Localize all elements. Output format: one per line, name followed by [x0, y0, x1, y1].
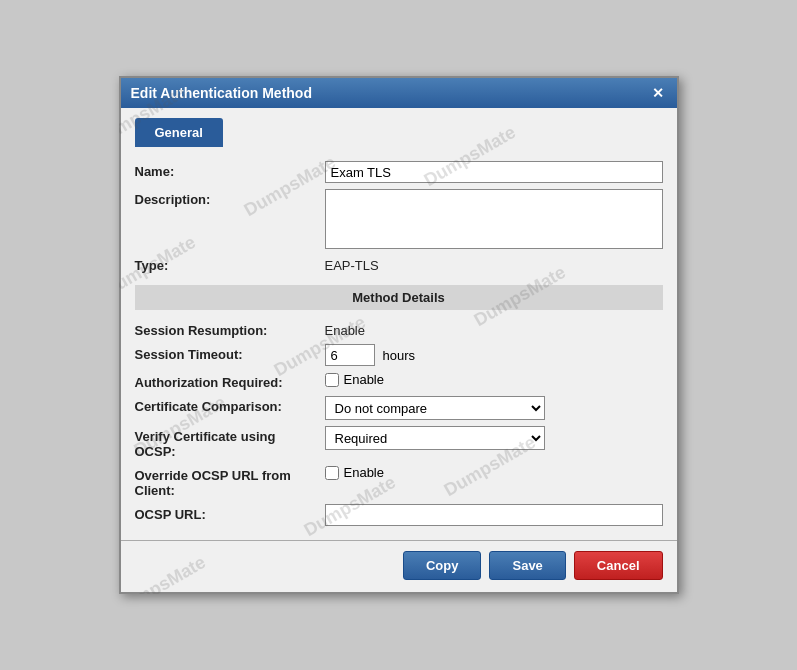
dialog-title: Edit Authentication Method: [131, 85, 312, 101]
session-timeout-label: Session Timeout:: [135, 344, 315, 362]
type-label: Type:: [135, 255, 315, 273]
close-button[interactable]: ✕: [649, 84, 667, 102]
certificate-comparison-label: Certificate Comparison:: [135, 396, 315, 414]
ocsp-url-label: OCSP URL:: [135, 504, 315, 522]
dialog-body: General Name: Description: Type: EAP-TLS…: [121, 108, 677, 540]
save-button[interactable]: Save: [489, 551, 565, 580]
title-bar: Edit Authentication Method ✕: [121, 78, 677, 108]
session-resumption-label: Session Resumption:: [135, 320, 315, 338]
description-textarea[interactable]: [325, 189, 663, 249]
authorization-required-row: Enable: [325, 372, 663, 387]
override-ocsp-text: Enable: [344, 465, 384, 480]
name-label: Name:: [135, 161, 315, 179]
copy-button[interactable]: Copy: [403, 551, 482, 580]
session-timeout-row: hours: [325, 344, 663, 366]
certificate-comparison-select[interactable]: Do not compare Compare Strict Compare: [325, 396, 545, 420]
authorization-required-checkbox[interactable]: [325, 373, 339, 387]
tab-general[interactable]: General: [135, 118, 223, 147]
session-timeout-input[interactable]: [325, 344, 375, 366]
cancel-button[interactable]: Cancel: [574, 551, 663, 580]
verify-certificate-select[interactable]: Required Optional Disabled: [325, 426, 545, 450]
authorization-required-text: Enable: [344, 372, 384, 387]
ocsp-url-input[interactable]: [325, 504, 663, 526]
tab-bar: General: [135, 118, 663, 147]
type-value: EAP-TLS: [325, 255, 663, 273]
edit-auth-dialog: Edit Authentication Method ✕ General Nam…: [119, 76, 679, 594]
description-label: Description:: [135, 189, 315, 207]
override-ocsp-row: Enable: [325, 465, 663, 480]
verify-certificate-label: Verify Certificate using OCSP:: [135, 426, 315, 459]
form-grid: Name: Description: Type: EAP-TLS Method …: [135, 157, 663, 530]
dialog-footer: Copy Save Cancel: [121, 540, 677, 592]
authorization-required-label: Authorization Required:: [135, 372, 315, 390]
session-resumption-value: Enable: [325, 320, 663, 338]
session-timeout-unit: hours: [383, 348, 416, 363]
override-ocsp-checkbox[interactable]: [325, 466, 339, 480]
name-input[interactable]: [325, 161, 663, 183]
override-ocsp-label: Override OCSP URL from Client:: [135, 465, 315, 498]
method-details-header: Method Details: [135, 285, 663, 310]
